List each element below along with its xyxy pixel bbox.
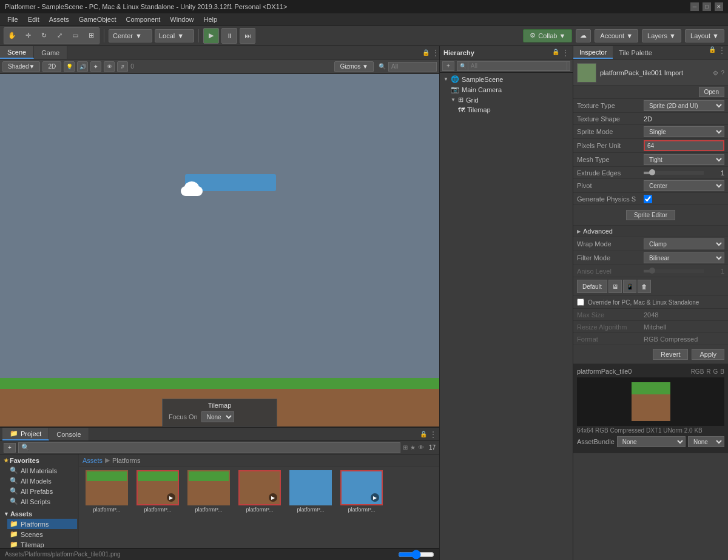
global-dropdown[interactable]: Local▼ <box>155 29 194 42</box>
pivot-value[interactable]: Center <box>644 180 724 191</box>
rotate-tool[interactable]: ↻ <box>36 28 52 44</box>
assets-section[interactable]: ▼ Assets <box>1 509 77 519</box>
tab-console[interactable]: Console <box>49 428 89 440</box>
move-tool[interactable]: ✛ <box>20 28 36 44</box>
tab-tile-palette[interactable]: Tile Palette <box>613 46 658 59</box>
pixels-per-unit-value[interactable] <box>644 140 724 151</box>
hier-sample-scene[interactable]: ▼ 🌐 SampleScene <box>441 74 571 84</box>
scene-lock-icon[interactable]: 🔒 <box>422 49 430 56</box>
pause-btn[interactable]: ⏸ <box>221 28 237 44</box>
monitor-icon[interactable]: 🖥 <box>608 280 622 293</box>
tilemap-folder[interactable]: 📁 Tilemap <box>7 539 77 548</box>
android-icon[interactable]: 📱 <box>623 280 636 293</box>
tab-game[interactable]: Game <box>34 46 67 59</box>
hierarchy-search[interactable]: 🔍 <box>457 61 570 71</box>
project-search-box[interactable]: 🔍 <box>18 442 400 453</box>
menu-help[interactable]: Help <box>198 13 222 25</box>
maximize-btn[interactable]: □ <box>703 2 711 11</box>
menu-assets[interactable]: Assets <box>44 13 74 25</box>
filter-mode-value[interactable]: Bilinear <box>644 252 724 263</box>
inspector-lock-icon[interactable]: 🔒 <box>709 46 716 59</box>
scene-search-box[interactable]: All <box>388 62 437 72</box>
2d-toggle[interactable]: 2D <box>42 61 61 72</box>
all-scripts-item[interactable]: 🔍 All Scripts <box>7 496 77 507</box>
advanced-section[interactable]: ▶ Advanced <box>573 226 728 237</box>
delete-icon[interactable]: 🗑 <box>638 280 651 293</box>
account-dropdown[interactable]: Account ▼ <box>595 29 638 42</box>
grid-btn[interactable]: # <box>117 61 128 72</box>
list-item[interactable]: ▶ platformP... <box>337 470 386 513</box>
slider-thumb[interactable] <box>649 169 655 175</box>
preview-g-label[interactable]: G <box>713 368 718 375</box>
mesh-type-value[interactable]: Tight <box>644 154 724 165</box>
project-search-input[interactable] <box>32 444 397 451</box>
hierarchy-search-input[interactable] <box>468 61 567 71</box>
list-item[interactable]: ▶ platformP... <box>133 470 182 513</box>
scale-tool[interactable]: ⤢ <box>52 28 67 44</box>
minimize-btn[interactable]: ─ <box>690 2 699 11</box>
layout-dropdown[interactable]: Layout ▼ <box>685 29 724 42</box>
platforms-folder[interactable]: 📁 Platforms <box>7 519 77 529</box>
favorites-icon[interactable]: ★ <box>410 444 416 451</box>
multi-tool[interactable]: ⊞ <box>83 28 99 44</box>
sprite-editor-button[interactable]: Sprite Editor <box>626 210 675 220</box>
preview-r-label[interactable]: R <box>706 368 710 375</box>
scene-menu-icon[interactable]: ⋮ <box>432 49 439 57</box>
apply-button[interactable]: Apply <box>692 349 724 360</box>
pivot-select[interactable]: Center <box>644 180 724 191</box>
assetbundle-variant-select[interactable]: None <box>688 436 724 447</box>
texture-type-select[interactable]: Sprite (2D and UI) <box>644 100 724 111</box>
project-lock-icon[interactable]: 🔒 <box>420 431 427 437</box>
all-materials-item[interactable]: 🔍 All Materials <box>7 465 77 476</box>
rect-tool[interactable]: ▭ <box>67 28 83 44</box>
favorites-section[interactable]: ★ Favorites <box>1 456 77 465</box>
step-btn[interactable]: ⏭ <box>240 28 255 44</box>
settings-icon[interactable]: ⚙ <box>713 70 718 76</box>
extrude-edges-control[interactable]: 1 <box>644 169 724 177</box>
hier-tilemap[interactable]: 🗺 Tilemap <box>456 105 571 115</box>
menu-file[interactable]: File <box>2 13 23 25</box>
pivot-dropdown[interactable]: Center▼ <box>109 29 152 42</box>
menu-component[interactable]: Component <box>121 13 165 25</box>
all-models-item[interactable]: 🔍 All Models <box>7 476 77 486</box>
hierarchy-menu-icon[interactable]: ⋮ <box>562 49 569 57</box>
revert-button[interactable]: Revert <box>653 349 688 360</box>
collab-button[interactable]: ⚙ Collab ▼ <box>523 29 572 42</box>
list-item[interactable]: ▶ platformP... <box>235 470 284 513</box>
list-item[interactable]: platformP... <box>286 470 335 513</box>
preview-rgb-label[interactable]: RGB <box>691 368 704 375</box>
help-icon[interactable]: ? <box>721 70 724 76</box>
hier-main-camera[interactable]: 📷 Main Camera <box>448 84 571 95</box>
hierarchy-lock-icon[interactable]: 🔒 <box>552 49 559 57</box>
hier-grid[interactable]: ▼ ⊞ Grid <box>448 95 571 105</box>
tilemap-focus-select[interactable]: None <box>201 411 234 422</box>
extrude-slider[interactable] <box>644 171 704 175</box>
texture-type-value[interactable]: Sprite (2D and UI) <box>644 100 724 111</box>
wrap-mode-value[interactable]: Clamp <box>644 238 724 249</box>
lighting-btn[interactable]: 💡 <box>64 61 75 72</box>
list-item[interactable]: platformP... <box>83 470 131 513</box>
all-prefabs-item[interactable]: 🔍 All Prefabs <box>7 486 77 496</box>
gen-physics-checkbox[interactable] <box>644 195 652 203</box>
menu-gameobject[interactable]: GameObject <box>74 13 121 25</box>
add-asset-button[interactable]: + <box>4 443 16 453</box>
zoom-slider[interactable] <box>398 550 434 559</box>
eye-icon[interactable]: 👁 <box>418 444 424 451</box>
sprite-mode-value[interactable]: Single <box>644 126 724 137</box>
menu-window[interactable]: Window <box>165 13 198 25</box>
scenes-folder[interactable]: 📁 Scenes <box>7 529 77 539</box>
tab-inspector[interactable]: Inspector <box>573 46 613 59</box>
list-item[interactable]: platformP... <box>184 470 233 513</box>
cloud-button[interactable]: ☁ <box>576 29 591 42</box>
search-options-icon[interactable]: ⊞ <box>403 444 408 451</box>
tab-scene[interactable]: Scene <box>0 46 34 59</box>
gizmos-dropdown[interactable]: Gizmos ▼ <box>334 61 374 72</box>
scene-viewport[interactable]: Tilemap Focus On None <box>0 74 439 427</box>
hierarchy-add-button[interactable]: + <box>442 61 454 71</box>
tab-project[interactable]: 📁Project <box>2 428 49 440</box>
override-checkbox[interactable] <box>577 299 584 306</box>
hide-btn[interactable]: 👁 <box>104 61 115 72</box>
inspector-menu-icon[interactable]: ⋮ <box>718 46 726 59</box>
play-btn[interactable]: ▶ <box>203 28 219 44</box>
mesh-type-select[interactable]: Tight <box>644 154 724 165</box>
